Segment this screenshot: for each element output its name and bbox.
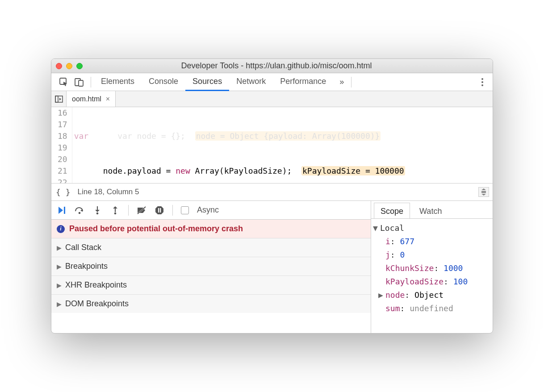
- titlebar: Developer Tools - https://ulan.github.io…: [51, 59, 493, 73]
- divider: [351, 77, 352, 88]
- line-number: 21: [58, 165, 67, 177]
- debugger-toolbar: Async: [51, 201, 371, 220]
- close-window-icon[interactable]: [56, 63, 62, 69]
- inspect-element-icon[interactable]: [59, 78, 68, 87]
- close-file-tab-icon[interactable]: ×: [106, 95, 110, 103]
- tab-watch[interactable]: Watch: [413, 203, 448, 218]
- section-call-stack[interactable]: ▶ Call Stack: [51, 238, 371, 257]
- async-label: Async: [197, 205, 219, 215]
- tabs-overflow-icon[interactable]: »: [335, 77, 348, 87]
- debugger-left: Async i Paused before potential out-of-m…: [51, 201, 371, 333]
- divider: [128, 205, 129, 216]
- line-number: 17: [58, 119, 67, 130]
- var-name: j: [385, 250, 390, 259]
- step-over-icon[interactable]: [75, 205, 84, 215]
- var-name: kPayloadSize: [385, 277, 444, 286]
- show-navigator-icon[interactable]: [51, 91, 67, 107]
- code-line: var var node = {}; node = Object {payloa…: [72, 130, 493, 142]
- line-number: 20: [58, 154, 67, 165]
- step-into-icon[interactable]: [92, 205, 102, 215]
- pause-on-exceptions-icon[interactable]: [155, 205, 164, 215]
- line-number: 16: [58, 107, 67, 119]
- section-label: DOM Breakpoints: [65, 299, 129, 309]
- svg-rect-17: [158, 208, 159, 213]
- var-value: 1000: [444, 263, 463, 273]
- cursor-position: Line 18, Column 5: [78, 188, 139, 196]
- section-xhr-breakpoints[interactable]: ▶ XHR Breakpoints: [51, 276, 371, 295]
- scope-var[interactable]: i: 677: [373, 235, 491, 248]
- var-value: 100: [453, 277, 468, 286]
- svg-rect-9: [64, 207, 65, 214]
- var-name: i: [385, 237, 390, 246]
- code-text: Array(kPayloadSize);: [190, 166, 301, 175]
- expand-icon: ▶: [57, 263, 62, 270]
- tab-elements[interactable]: Elements: [94, 73, 142, 91]
- line-number: 19: [58, 142, 67, 154]
- section-label: XHR Breakpoints: [65, 280, 127, 290]
- file-tab-oom[interactable]: oom.html ×: [67, 91, 116, 107]
- scope-var[interactable]: sum: undefined: [373, 302, 491, 315]
- tab-performance[interactable]: Performance: [273, 73, 333, 91]
- var-value: 677: [400, 237, 415, 246]
- line-gutter: 16 17 18 19 20 21 22: [51, 107, 72, 183]
- device-toolbar-icon[interactable]: [75, 78, 84, 87]
- section-label: Breakpoints: [65, 262, 108, 271]
- deactivate-breakpoints-icon[interactable]: [137, 205, 146, 215]
- paused-text: Paused before potential out-of-memory cr…: [69, 224, 243, 234]
- var-value: Object: [414, 290, 444, 300]
- code-editor[interactable]: 16 17 18 19 20 21 22 var var node = {}; …: [51, 107, 493, 183]
- scope-tabs: Scope Watch: [371, 201, 493, 219]
- var-name: sum: [385, 304, 400, 313]
- scope-var[interactable]: ▶node: Object: [373, 288, 491, 302]
- section-label: Call Stack: [65, 243, 101, 252]
- scope-var[interactable]: kChunkSize: 1000: [373, 262, 491, 275]
- svg-point-3: [481, 78, 483, 80]
- svg-rect-7: [55, 96, 58, 102]
- inline-value: kPayloadSize = 100000: [301, 166, 405, 175]
- kebab-menu-icon[interactable]: [476, 78, 489, 87]
- tab-console[interactable]: Console: [142, 73, 185, 91]
- svg-rect-6: [55, 96, 63, 102]
- svg-rect-2: [79, 80, 83, 86]
- tab-network[interactable]: Network: [229, 73, 273, 91]
- code-text: node.payload =: [74, 166, 176, 175]
- section-dom-breakpoints[interactable]: ▶ DOM Breakpoints: [51, 295, 371, 313]
- step-out-icon[interactable]: [110, 205, 120, 215]
- line-number: 18: [58, 130, 67, 142]
- scope-body: ▼Local i: 677 j: 0 kChunkSize: 1000 kPay…: [371, 219, 493, 318]
- scope-label: Local: [380, 223, 404, 233]
- code-body: var var node = {}; node = Object {payloa…: [72, 107, 493, 183]
- code-text: var node = {};: [88, 131, 195, 141]
- paused-banner: i Paused before potential out-of-memory …: [51, 220, 371, 238]
- code-line: node.payload = new Array(kPayloadSize); …: [72, 165, 493, 177]
- var-value: undefined: [410, 304, 453, 313]
- svg-point-5: [481, 84, 483, 86]
- svg-rect-8: [481, 191, 486, 193]
- devtools-window: Developer Tools - https://ulan.github.io…: [51, 58, 493, 334]
- var-name: node: [385, 290, 405, 300]
- pretty-print-icon[interactable]: { }: [56, 188, 71, 197]
- scope-local[interactable]: ▼Local: [373, 221, 491, 235]
- var-value: 0: [400, 250, 405, 259]
- divider: [91, 77, 91, 88]
- expand-icon: ▶: [57, 300, 62, 308]
- resume-icon[interactable]: [57, 205, 67, 215]
- expand-icon: ▶: [57, 244, 62, 251]
- status-bar: { } Line 18, Column 5: [51, 183, 493, 201]
- tab-scope[interactable]: Scope: [374, 203, 410, 218]
- scope-var[interactable]: kPayloadSize: 100: [373, 275, 491, 288]
- window-title: Developer Tools - https://ulan.github.io…: [65, 61, 488, 71]
- file-tabs: oom.html ×: [51, 91, 493, 107]
- scroll-indicator-icon[interactable]: [478, 187, 489, 197]
- async-checkbox[interactable]: [181, 206, 189, 214]
- tab-sources[interactable]: Sources: [185, 73, 229, 91]
- section-breakpoints[interactable]: ▶ Breakpoints: [51, 257, 371, 276]
- svg-point-12: [96, 212, 99, 214]
- scope-var[interactable]: j: 0: [373, 248, 491, 262]
- svg-rect-18: [160, 208, 161, 213]
- expand-icon: ▶: [57, 282, 62, 289]
- main-tab-bar: Elements Console Sources Network Perform…: [51, 73, 493, 91]
- inline-value: node = Object {payload: Array(100000)}: [195, 131, 381, 141]
- info-icon: i: [57, 225, 65, 233]
- debugger-panel: Async i Paused before potential out-of-m…: [51, 201, 493, 333]
